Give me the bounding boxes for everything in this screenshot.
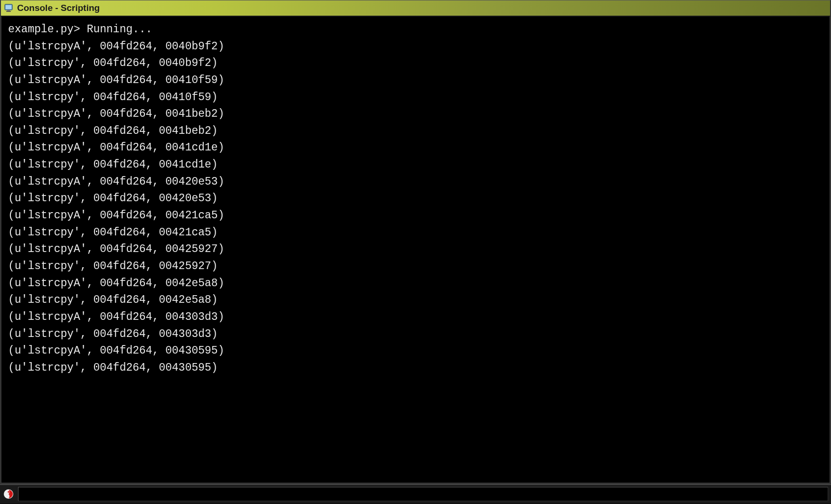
console-line: (u'lstrcpy', 004fd264, 0041cd1e) xyxy=(8,157,823,174)
console-line: (u'lstrcpy', 004fd264, 0042e5a8) xyxy=(8,292,823,309)
console-line: (u'lstrcpy', 004fd264, 0041beb2) xyxy=(8,123,823,140)
console-line: example.py> Running... xyxy=(8,21,823,38)
console-line: (u'lstrcpy', 004fd264, 00425927) xyxy=(8,258,823,275)
command-input[interactable] xyxy=(18,487,828,501)
script-icon[interactable] xyxy=(3,488,14,500)
console-line: (u'lstrcpyA', 004fd264, 0041beb2) xyxy=(8,106,823,123)
console-line: (u'lstrcpyA', 004fd264, 00421ca5) xyxy=(8,207,823,224)
console-line: (u'lstrcpyA', 004fd264, 004303d3) xyxy=(8,309,823,326)
console-line: (u'lstrcpyA', 004fd264, 0040b9f2) xyxy=(8,38,823,56)
svg-rect-1 xyxy=(6,5,12,9)
command-bar xyxy=(0,484,831,504)
console-panel: Console - Scripting example.py> Running.… xyxy=(0,0,831,484)
console-line: (u'lstrcpy', 004fd264, 004303d3) xyxy=(8,326,823,343)
console-line: (u'lstrcpyA', 004fd264, 0041cd1e) xyxy=(8,140,823,157)
svg-point-5 xyxy=(8,491,9,493)
svg-rect-2 xyxy=(7,10,10,11)
title-bar: Console - Scripting xyxy=(1,0,830,17)
console-line: (u'lstrcpy', 004fd264, 00430595) xyxy=(8,360,823,377)
svg-rect-3 xyxy=(6,11,11,12)
console-line: (u'lstrcpyA', 004fd264, 00410f59) xyxy=(8,72,823,89)
console-line: (u'lstrcpy', 004fd264, 0040b9f2) xyxy=(8,55,823,72)
console-line: (u'lstrcpyA', 004fd264, 00430595) xyxy=(8,343,823,360)
console-line: (u'lstrcpy', 004fd264, 00421ca5) xyxy=(8,224,823,242)
monitor-icon xyxy=(4,3,13,13)
console-line: (u'lstrcpyA', 004fd264, 00425927) xyxy=(8,241,823,258)
console-line: (u'lstrcpyA', 004fd264, 00420e53) xyxy=(8,174,823,191)
console-line: (u'lstrcpyA', 004fd264, 0042e5a8) xyxy=(8,275,823,292)
console-output-area[interactable]: example.py> Running... (u'lstrcpyA', 004… xyxy=(1,17,830,483)
console-line: (u'lstrcpy', 004fd264, 00410f59) xyxy=(8,89,823,106)
console-line: (u'lstrcpy', 004fd264, 00420e53) xyxy=(8,190,823,207)
title-text: Console - Scripting xyxy=(17,3,100,13)
